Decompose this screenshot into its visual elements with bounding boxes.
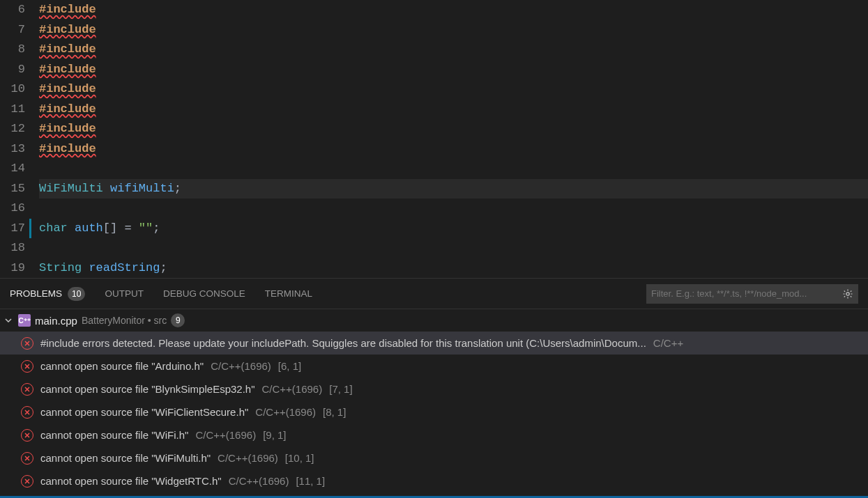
code-line[interactable]: #include (39, 100, 868, 120)
line-number: 15 (0, 179, 25, 199)
code-line[interactable]: #include (39, 119, 868, 139)
tab-output[interactable]: OUTPUT (105, 288, 144, 299)
error-icon (21, 406, 33, 419)
problem-source: C/C++ (653, 337, 683, 349)
line-number: 7 (0, 20, 25, 40)
code-line[interactable]: char auth[] = ""; (39, 219, 868, 239)
line-number: 8 (0, 40, 25, 60)
problem-source: C/C++(1696) (211, 360, 271, 372)
problems-count-badge: 10 (68, 287, 85, 301)
code-line[interactable]: #include (39, 20, 868, 40)
problem-row[interactable]: #include errors detected. Please update … (0, 332, 868, 355)
code-line[interactable]: #include (39, 40, 868, 60)
problem-message: cannot open source file "WiFiMulti.h" (40, 452, 211, 464)
problem-location: [10, 1] (285, 452, 314, 464)
line-number: 14 (0, 159, 25, 179)
problems-filter-input[interactable] (651, 288, 837, 299)
problem-message: #include errors detected. Please update … (40, 337, 646, 349)
problem-message: cannot open source file "BlynkSimpleEsp3… (40, 383, 255, 395)
problem-message: cannot open source file "WiFi.h" (40, 429, 188, 441)
problem-message: cannot open source file "WiFiClientSecur… (40, 406, 248, 418)
problem-source: C/C++(1696) (218, 452, 278, 464)
problems-file-name: main.cpp (35, 315, 77, 327)
line-number: 19 (0, 258, 25, 279)
panel-tab-bar: PROBLEMS 10 OUTPUT DEBUG CONSOLE TERMINA… (0, 279, 868, 309)
code-line[interactable]: #include (39, 79, 868, 100)
code-line[interactable] (39, 159, 868, 179)
line-number: 10 (0, 79, 25, 100)
problem-source: C/C++(1696) (262, 383, 323, 395)
problem-location: [8, 1] (323, 406, 346, 418)
error-icon (21, 452, 33, 465)
code-line[interactable]: WiFiMulti wifiMulti; (39, 179, 868, 199)
error-icon (21, 383, 33, 396)
code-editor[interactable]: 678910111213141516171819 #include #inclu… (0, 0, 868, 278)
problem-row[interactable]: cannot open source file "BlynkSimpleEsp3… (0, 378, 868, 400)
problems-file-group[interactable]: C⁺⁺ main.cpp BatteryMonitor • src 9 (0, 309, 868, 332)
problem-row[interactable]: cannot open source file "WiFiClientSecur… (0, 400, 868, 423)
code-content[interactable]: #include #include #include #include #inc… (39, 0, 868, 278)
cpp-file-icon: C⁺⁺ (18, 314, 31, 327)
line-number: 18 (0, 238, 25, 258)
tab-problems-label: PROBLEMS (10, 288, 62, 299)
line-number: 12 (0, 119, 25, 139)
line-number: 13 (0, 139, 25, 159)
line-number: 11 (0, 100, 25, 120)
problem-row[interactable]: cannot open source file "WiFi.h"C/C++(16… (0, 423, 868, 446)
error-icon (21, 337, 33, 350)
problem-location: [9, 1] (263, 429, 286, 441)
tab-terminal[interactable]: TERMINAL (265, 288, 312, 299)
svg-point-0 (846, 292, 849, 295)
file-problems-count: 9 (171, 313, 185, 327)
code-line[interactable] (39, 199, 868, 219)
error-icon (21, 475, 33, 488)
problems-file-path: BatteryMonitor • src (82, 315, 167, 326)
line-number: 6 (0, 0, 25, 20)
problem-row[interactable]: cannot open source file "WidgetRTC.h"C/C… (0, 469, 868, 492)
problem-message: cannot open source file "WidgetRTC.h" (40, 475, 222, 487)
code-line[interactable]: #include (39, 0, 868, 20)
problem-row[interactable]: cannot open source file "WiFiMulti.h"C/C… (0, 446, 868, 469)
problem-source: C/C++(1696) (195, 429, 256, 441)
filter-settings-icon[interactable] (842, 288, 853, 299)
line-number: 9 (0, 60, 25, 80)
problem-message: cannot open source file "Arduino.h" (40, 360, 204, 372)
code-line[interactable]: #include (39, 139, 868, 159)
code-line[interactable]: String readString; (39, 258, 868, 279)
chevron-down-icon (3, 316, 14, 325)
problems-filter-input-wrap[interactable] (646, 284, 858, 304)
problems-list[interactable]: C⁺⁺ main.cpp BatteryMonitor • src 9 #inc… (0, 309, 868, 496)
problem-location: [7, 1] (329, 383, 352, 395)
error-icon (21, 429, 33, 442)
tab-problems[interactable]: PROBLEMS 10 (10, 287, 85, 301)
problem-location: [11, 1] (296, 475, 325, 487)
line-number: 17 (0, 219, 25, 239)
bottom-panel: PROBLEMS 10 OUTPUT DEBUG CONSOLE TERMINA… (0, 278, 868, 496)
code-line[interactable] (39, 238, 868, 258)
line-number-gutter: 678910111213141516171819 (0, 0, 39, 278)
problem-source: C/C++(1696) (255, 406, 316, 418)
error-icon (21, 360, 33, 373)
tab-debug-console[interactable]: DEBUG CONSOLE (163, 288, 245, 299)
problem-location: [6, 1] (278, 360, 301, 372)
line-number: 16 (0, 199, 25, 219)
problem-row[interactable]: cannot open source file "Arduino.h"C/C++… (0, 355, 868, 378)
problem-source: C/C++(1696) (229, 475, 289, 487)
code-line[interactable]: #include (39, 60, 868, 80)
